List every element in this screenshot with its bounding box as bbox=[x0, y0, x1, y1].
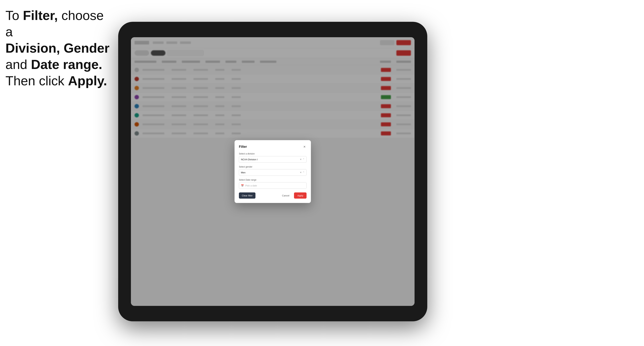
clear-filter-button[interactable]: Clear filter bbox=[239, 192, 256, 199]
division-select-icons: ✕ ⌃ bbox=[300, 158, 304, 161]
apply-button[interactable]: Apply bbox=[294, 192, 306, 199]
instruction-text: To Filter, choose a Division, Gender and… bbox=[6, 7, 114, 89]
modal-close-button[interactable]: ✕ bbox=[302, 145, 306, 149]
filter-modal: Filter ✕ Select a division NCAA Division… bbox=[234, 140, 311, 203]
gender-select-icons: ✕ ⌃ bbox=[300, 171, 304, 174]
date-input[interactable]: 📅 Pick a date bbox=[239, 182, 306, 189]
gender-select-value: Men bbox=[241, 171, 246, 174]
modal-footer: Clear filter Cancel Apply bbox=[239, 192, 306, 199]
date-label: Select Date range bbox=[239, 179, 306, 181]
modal-header: Filter ✕ bbox=[239, 145, 306, 149]
date-form-group: Select Date range 📅 Pick a date bbox=[239, 179, 306, 189]
tablet-screen: Filter ✕ Select a division NCAA Division… bbox=[131, 37, 414, 306]
date-placeholder: Pick a date bbox=[245, 184, 257, 187]
chevron-gender-icon: ⌃ bbox=[303, 171, 304, 174]
gender-label: Select gender bbox=[239, 166, 306, 168]
cancel-button[interactable]: Cancel bbox=[279, 192, 292, 199]
modal-overlay: Filter ✕ Select a division NCAA Division… bbox=[131, 37, 414, 306]
division-select-value: NCAA Division I bbox=[241, 158, 258, 161]
division-label: Select a division bbox=[239, 153, 306, 155]
clear-gender-icon[interactable]: ✕ bbox=[300, 171, 302, 174]
calendar-icon: 📅 bbox=[241, 184, 244, 187]
gender-select[interactable]: Men ✕ ⌃ bbox=[239, 169, 306, 176]
modal-footer-right: Cancel Apply bbox=[279, 192, 306, 199]
clear-division-icon[interactable]: ✕ bbox=[300, 158, 302, 161]
chevron-division-icon: ⌃ bbox=[303, 158, 304, 161]
division-form-group: Select a division NCAA Division I ✕ ⌃ bbox=[239, 153, 306, 163]
tablet-device: Filter ✕ Select a division NCAA Division… bbox=[118, 22, 427, 321]
modal-title: Filter bbox=[239, 145, 247, 149]
division-select[interactable]: NCAA Division I ✕ ⌃ bbox=[239, 156, 306, 163]
gender-form-group: Select gender Men ✕ ⌃ bbox=[239, 166, 306, 176]
